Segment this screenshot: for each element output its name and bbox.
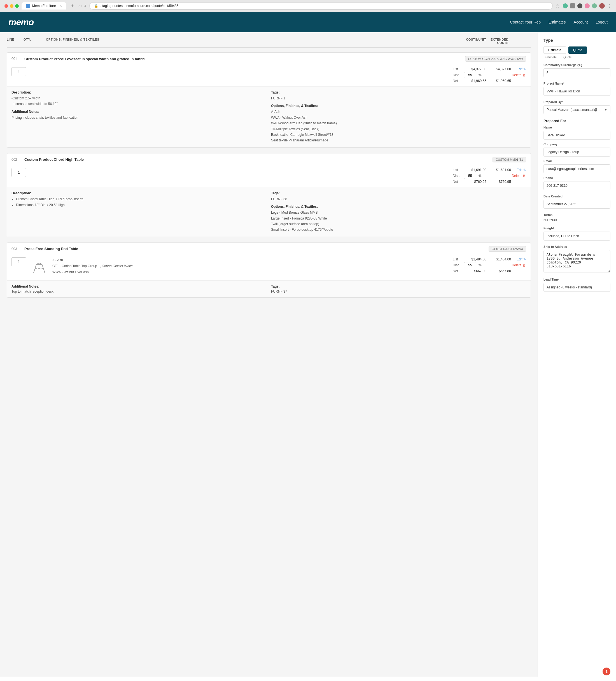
project-name-input[interactable] <box>543 87 610 96</box>
nav-account[interactable]: Account <box>574 20 588 24</box>
edit-001-button[interactable]: Edit ✎ <box>517 67 526 71</box>
line-003-disc-input[interactable] <box>464 262 476 268</box>
line-003-title: Prose Free-Standing End Table <box>24 247 486 251</box>
date-input[interactable] <box>543 200 610 209</box>
extension-icon-5[interactable] <box>592 3 597 8</box>
commodity-section: Commodity Surcharge (%) <box>543 63 610 77</box>
line-001-disc-input[interactable] <box>464 72 476 78</box>
line-003-num: 003 <box>11 247 22 251</box>
label-list-2: List <box>453 168 462 172</box>
notes-title-001: Additional Notes: <box>11 110 266 114</box>
line-001-num: 001 <box>11 57 22 61</box>
phone-section: Phone <box>543 176 610 190</box>
extension-icon-2[interactable] <box>570 3 575 8</box>
nav-contact[interactable]: Contact Your Rep <box>510 20 541 24</box>
edit-003-button[interactable]: Edit ✎ <box>517 257 526 261</box>
notification-badge[interactable]: 1 <box>602 667 610 675</box>
terms-label: Terms <box>543 213 610 217</box>
line-001-net-ext: $1,969.65 <box>489 79 511 83</box>
nav-estimates[interactable]: Estimates <box>548 20 566 24</box>
line-002-net-row: Net $760.95 $760.95 <box>453 180 526 184</box>
dot-red[interactable] <box>4 4 8 8</box>
lock-icon: 🔒 <box>94 4 98 8</box>
dot-green[interactable] <box>15 4 19 8</box>
prepared-by-value: Pascal Manzari (pascal.manzari@n <box>546 108 599 112</box>
pct-sign: % <box>479 73 482 77</box>
name-input[interactable] <box>543 131 610 140</box>
line-002-disc-input[interactable] <box>464 173 476 179</box>
delete-001-button[interactable]: Delete 🗑 <box>512 73 526 77</box>
delete-003-button[interactable]: Delete 🗑 <box>512 263 526 267</box>
profile-icon[interactable] <box>599 3 605 9</box>
line-003-qty[interactable]: 1 <box>11 257 26 266</box>
line-002-list-ext: $1,691.00 <box>489 168 511 172</box>
label-disc-2: Disc. <box>453 174 462 178</box>
prepared-by-dropdown[interactable]: Pascal Manzari (pascal.manzari@n ▼ <box>543 105 610 114</box>
freight-input[interactable] <box>543 232 610 241</box>
line-003-header: 003 Prose Free-Standing End Table GC01-T… <box>7 243 531 255</box>
edit-002-button[interactable]: Edit ✎ <box>517 168 526 172</box>
label-net: Net <box>453 79 462 83</box>
pct-sign-2: % <box>479 174 482 178</box>
tab-close[interactable]: ✕ <box>59 4 62 8</box>
prepared-for-title: Prepared For <box>543 119 610 123</box>
ship-textarea[interactable]: Aloha Freight Forwarders 1800 S. Anderso… <box>543 250 610 273</box>
line-001-qty[interactable]: 1 <box>11 67 26 76</box>
email-input[interactable] <box>543 165 610 173</box>
phone-label: Phone <box>543 176 610 179</box>
line-001-list-price: $4,377.00 <box>464 67 486 71</box>
line-001-list-ext: $4,377.00 <box>489 67 511 71</box>
forward-button[interactable]: › <box>81 3 82 8</box>
desc-title-002: Description: <box>11 191 266 195</box>
line-003-notes-partial: Additional Notes: Top to match reception… <box>7 280 531 297</box>
th-costs: Costs/Unit <box>453 38 486 45</box>
phone-input[interactable] <box>543 181 610 190</box>
prepared-by-section: Prepared By* Pascal Manzari (pascal.manz… <box>543 100 610 114</box>
more-icon[interactable]: ⋮ <box>607 3 612 9</box>
type-toggle: Estimate Quote <box>543 47 610 54</box>
url-text[interactable]: staging-quotes.memofurniture.com/quote/e… <box>101 4 178 8</box>
line-002-qty[interactable]: 1 <box>11 168 26 177</box>
reload-button[interactable]: ↺ <box>83 3 86 8</box>
extension-icon-4[interactable] <box>585 3 590 8</box>
line-003-price-rows: List $1,484.00 $1,484.00 Edit ✎ Disc. % <box>453 257 526 273</box>
tab-favicon <box>26 4 30 8</box>
lead-input[interactable] <box>543 283 610 292</box>
line-001-list-row: List $4,377.00 $4,377.00 Edit ✎ <box>453 67 526 71</box>
label-list: List <box>453 67 462 71</box>
star-icon[interactable]: ☆ <box>556 3 561 8</box>
project-name-section: Project Name* <box>543 82 610 96</box>
browser-tab[interactable]: Memo Furniture ✕ <box>22 2 66 9</box>
line-003-disc-row: Disc. % Delete 🗑 <box>453 262 526 268</box>
extension-icon-3[interactable] <box>578 3 583 8</box>
new-tab-button[interactable]: + <box>69 3 76 9</box>
line-002-list-row: List $1,691.00 $1,691.00 Edit ✎ <box>453 168 526 172</box>
company-section: Company <box>543 143 610 156</box>
bottom-toolbar: 🗑 Delete 💾 Save 📄 Download 📊 Export CSV <box>0 677 616 681</box>
logo[interactable]: memo <box>8 17 33 27</box>
delete-002-button[interactable]: Delete 🗑 <box>512 174 526 178</box>
nav-logout[interactable]: Logout <box>595 20 608 24</box>
desc-title-001: Description: <box>11 91 266 94</box>
prepared-for-section: Prepared For Name Company Email Phone <box>543 119 610 190</box>
desc-body-002: Custom Chord Table High, HPL/Forbo inser… <box>11 196 266 208</box>
label-disc-3: Disc. <box>453 263 462 267</box>
line-002-disc-row: Disc. % Delete 🗑 <box>453 173 526 179</box>
dot-yellow[interactable] <box>10 4 14 8</box>
type-estimate-btn[interactable]: Estimate <box>543 47 566 54</box>
desc-body-001: -Custom 2.5x width -Increased seat width… <box>11 96 266 107</box>
line-001-body: 1 List $4,377.00 $4,377.00 Edit ✎ Dis <box>7 65 531 86</box>
line-001-pricing: 1 List $4,377.00 $4,377.00 Edit ✎ Dis <box>11 67 526 83</box>
line-002-header: 002 Custom Product Chord High Table CUST… <box>7 153 531 166</box>
commodity-input[interactable] <box>543 68 610 77</box>
tags-title-001: Tags: <box>271 91 526 94</box>
back-button[interactable]: ‹ <box>78 3 80 8</box>
notes-body-001: Pricing includes chair, textiles and fab… <box>11 115 266 120</box>
options-title-001: Options, Finishes, & Textiles: <box>271 104 526 108</box>
address-bar[interactable]: 🔒 staging-quotes.memofurniture.com/quote… <box>89 2 553 9</box>
extension-icon-1[interactable] <box>563 3 568 8</box>
type-quote-btn[interactable]: Quote <box>568 47 587 54</box>
company-input[interactable] <box>543 148 610 156</box>
ship-section: Ship to Address Aloha Freight Forwarders… <box>543 245 610 273</box>
line-002-num: 002 <box>11 158 22 161</box>
